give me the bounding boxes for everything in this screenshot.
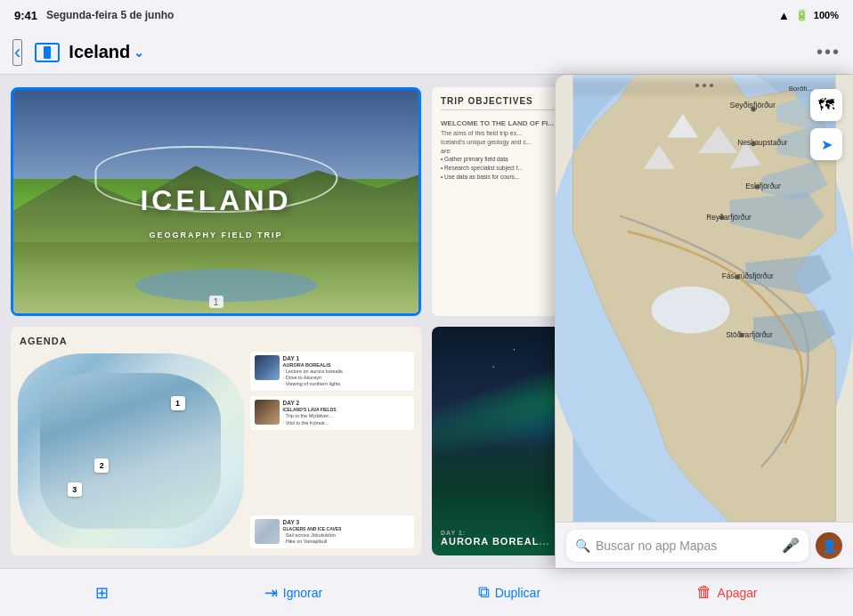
back-button[interactable]: ‹ xyxy=(12,39,22,66)
main-content: ICELAND GEOGRAPHY FIELD TRIP 1 TRIP OBJE… xyxy=(0,75,853,568)
agenda-items: DAY 1 AURORA BOREALIS · Lecture on auror… xyxy=(250,352,414,430)
title-chevron-icon[interactable]: ⌄ xyxy=(134,45,144,60)
slide-number-1: 1 xyxy=(208,296,223,308)
svg-point-2 xyxy=(652,287,730,334)
slide3-header: AGENDA xyxy=(20,336,412,346)
day2-image xyxy=(255,400,280,425)
map-view[interactable]: Seyðisfjörður Neskaupstaður Eskifjörður … xyxy=(556,75,853,522)
battery-icon: 🔋 xyxy=(795,9,808,21)
search-icon: 🔍 xyxy=(575,539,590,553)
document-title: Iceland xyxy=(69,42,130,62)
toolbar-title: Iceland ⌄ xyxy=(69,42,144,62)
slide-thumbnail-1[interactable]: ICELAND GEOGRAPHY FIELD TRIP 1 xyxy=(11,87,421,316)
map-panel: 🗺 ➤ xyxy=(555,75,853,568)
agenda-item-day1: DAY 1 AURORA BOREALIS · Lecture on auror… xyxy=(250,352,414,391)
duplicate-button[interactable]: ⧉ Duplicar xyxy=(478,583,540,602)
search-placeholder: Buscar no app Mapas xyxy=(596,539,776,553)
location-button[interactable]: ➤ xyxy=(810,128,842,160)
map-controls: 🗺 ➤ xyxy=(810,89,842,160)
map-dot-3 xyxy=(710,84,713,87)
day2-marker: 2 xyxy=(94,458,109,473)
map-dot-2 xyxy=(703,84,706,87)
user-avatar[interactable]: 👤 xyxy=(816,532,842,559)
status-time: 9:41 xyxy=(14,9,37,22)
map-dots xyxy=(695,84,713,87)
map-type-button[interactable]: 🗺 xyxy=(810,89,842,121)
ignore-button[interactable]: ⇥ Ignorar xyxy=(264,583,322,603)
agenda-map: 1 2 3 xyxy=(18,353,244,548)
map-icon: 🗺 xyxy=(818,96,834,115)
svg-text:Neskaupstaður: Neskaupstaður xyxy=(737,138,787,147)
svg-text:Reyðarfjörður: Reyðarfjörður xyxy=(706,213,751,222)
delete-button[interactable]: 🗑 Apagar xyxy=(696,583,758,602)
toolbar: ‹ Iceland ⌄ ••• xyxy=(0,30,853,75)
agenda-item-day2: DAY 2 ICELAND'S LAVA FIELDS · Trip to th… xyxy=(250,396,414,429)
status-date: Segunda-feira 5 de junho xyxy=(46,9,174,21)
status-bar: 9:41 Segunda-feira 5 de junho ▲ 🔋 100% xyxy=(0,0,853,30)
avatar-image: 👤 xyxy=(822,539,837,553)
microphone-icon[interactable]: 🎤 xyxy=(782,537,800,554)
svg-point-14 xyxy=(735,275,740,280)
slide-thumbnail-3[interactable]: AGENDA 1 2 3 DAY 1 AURORA BOREALIS · xyxy=(11,327,421,555)
duplicate-icon: ⧉ xyxy=(478,583,490,602)
ignore-label: Ignorar xyxy=(283,586,322,600)
duplicate-label: Duplicar xyxy=(495,586,540,600)
map-dot-1 xyxy=(695,84,699,87)
ignore-icon: ⇥ xyxy=(264,583,278,603)
location-icon: ➤ xyxy=(821,136,833,153)
bottom-toolbar: ⊞ ⇥ Ignorar ⧉ Duplicar 🗑 Apagar xyxy=(0,568,853,616)
svg-text:Fáskrúðsfjörður: Fáskrúðsfjörður xyxy=(722,272,774,280)
svg-point-15 xyxy=(739,333,743,337)
agenda-item-day3: DAY 3 GLACIERS AND ICE CAVES · Sail acro… xyxy=(250,515,414,548)
day3-image xyxy=(255,519,280,544)
svg-point-12 xyxy=(755,184,760,189)
svg-point-10 xyxy=(751,107,755,111)
svg-point-13 xyxy=(719,215,724,220)
search-input-container[interactable]: 🔍 Buscar no app Mapas 🎤 xyxy=(566,530,808,562)
day3-marker: 3 xyxy=(68,482,82,497)
wifi-icon: ▲ xyxy=(778,9,790,22)
day1-image xyxy=(255,355,280,380)
delete-icon: 🗑 xyxy=(696,583,712,602)
slide1-subtitle: GEOGRAPHY FIELD TRIP xyxy=(150,231,283,239)
svg-text:Eskifjörður: Eskifjörður xyxy=(745,182,781,190)
toolbar-more-button[interactable]: ••• xyxy=(816,42,841,62)
svg-text:Stöðvarfjörður: Stöðvarfjörður xyxy=(726,330,773,339)
battery-percent: 100% xyxy=(814,10,839,20)
day1-marker: 1 xyxy=(171,396,185,410)
map-search-bar: 🔍 Buscar no app Mapas 🎤 👤 xyxy=(556,522,853,568)
slide1-title: ICELAND xyxy=(140,183,291,216)
slides-icon xyxy=(35,43,60,62)
add-slide-button[interactable]: ⊞ xyxy=(95,583,109,603)
svg-point-11 xyxy=(751,142,755,146)
add-icon: ⊞ xyxy=(95,583,109,603)
delete-label: Apagar xyxy=(718,586,758,600)
